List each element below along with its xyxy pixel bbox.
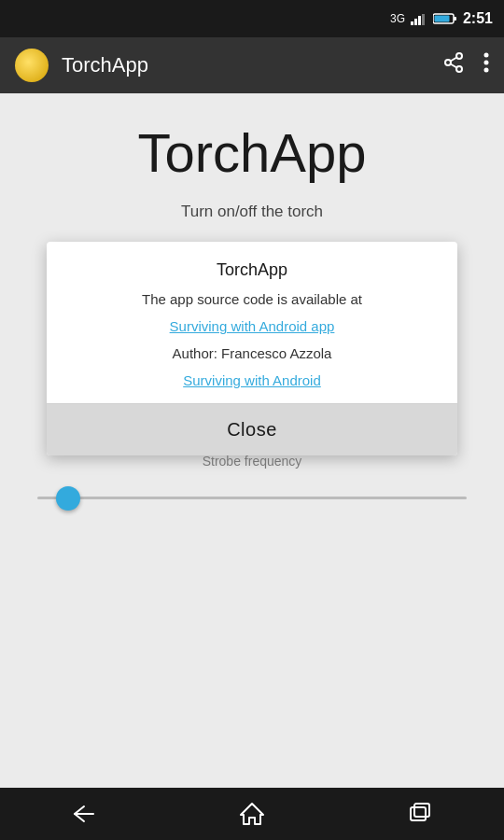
share-svg — [442, 51, 465, 74]
svg-rect-3 — [422, 14, 425, 25]
slider-thumb[interactable] — [56, 486, 80, 511]
status-bar: 3G 2:51 — [0, 0, 504, 37]
app-bar-actions — [442, 51, 489, 79]
status-icons: 3G 2:51 — [390, 10, 493, 27]
svg-point-7 — [456, 53, 462, 59]
dialog-content: TorchApp The app source code is availabl… — [47, 242, 457, 403]
svg-rect-18 — [414, 804, 429, 817]
recents-button[interactable] — [392, 795, 448, 833]
app-bar-title: TorchApp — [62, 53, 148, 77]
bottom-nav — [0, 788, 504, 840]
dialog-button-row: Close — [47, 404, 457, 455]
slider-wrapper: Strobe frequency — [37, 474, 467, 499]
battery-icon — [433, 12, 457, 25]
slider-track[interactable] — [37, 497, 467, 499]
about-dialog: TorchApp The app source code is availabl… — [47, 242, 457, 455]
back-button[interactable] — [56, 795, 112, 833]
clock: 2:51 — [463, 10, 493, 27]
main-heading: TorchApp — [137, 121, 366, 184]
svg-point-14 — [484, 68, 489, 73]
dialog-app-name: TorchApp — [217, 260, 287, 280]
close-button[interactable]: Close — [47, 404, 457, 455]
svg-rect-6 — [434, 16, 449, 22]
signal-icon — [411, 12, 427, 25]
svg-marker-16 — [241, 804, 263, 824]
dialog-author: Author: Francesco Azzola — [173, 345, 332, 361]
svg-rect-5 — [454, 17, 456, 21]
network-type: 3G — [390, 12, 405, 25]
svg-rect-17 — [411, 807, 426, 820]
app-logo — [15, 49, 49, 82]
main-content: TorchApp Turn on/off the torch TorchApp … — [0, 93, 504, 788]
svg-point-8 — [445, 60, 451, 65]
svg-line-11 — [451, 58, 457, 62]
more-options-icon[interactable] — [483, 51, 489, 79]
svg-point-13 — [484, 61, 489, 65]
share-icon[interactable] — [442, 51, 465, 79]
dialog-link-app[interactable]: Surviving with Android app — [170, 318, 335, 334]
dots-svg — [483, 51, 489, 74]
svg-point-9 — [456, 66, 462, 72]
svg-line-10 — [451, 64, 457, 68]
strobe-label: Strobe frequency — [203, 454, 302, 469]
svg-rect-0 — [411, 21, 413, 25]
app-bar-left: TorchApp — [15, 49, 148, 82]
back-icon — [71, 803, 97, 825]
dialog-description: The app source code is available at — [142, 291, 362, 307]
recents-icon — [407, 802, 433, 826]
svg-rect-2 — [418, 16, 421, 25]
home-button[interactable] — [224, 795, 280, 833]
svg-rect-1 — [414, 19, 417, 25]
dialog-link-site[interactable]: Surviving with Android — [183, 372, 321, 388]
home-icon — [239, 802, 265, 826]
main-subtitle: Turn on/off the torch — [181, 203, 323, 221]
app-bar: TorchApp — [0, 37, 504, 93]
svg-point-12 — [484, 53, 489, 58]
